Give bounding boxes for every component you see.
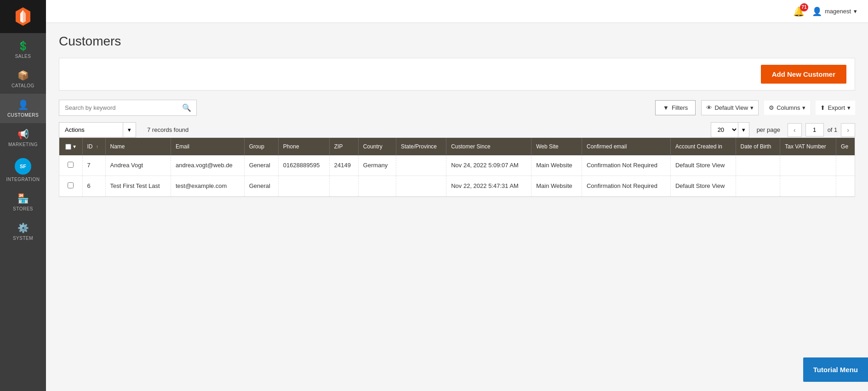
sidebar-item-stores[interactable]: 🏪 STORES [0, 187, 46, 217]
topbar-user-menu[interactable]: 👤 magenest ▾ [812, 6, 857, 17]
sidebar-logo [0, 0, 46, 33]
th-name[interactable]: Name [105, 138, 171, 155]
sidebar-item-system[interactable]: ⚙️ SYSTEM [0, 217, 46, 246]
cell-confirmed-email: Confirmation Not Required [582, 176, 670, 197]
cell-group: General [244, 155, 278, 176]
th-tax-vat-number[interactable]: Tax VAT Number [780, 138, 836, 155]
user-menu-chevron-icon: ▾ [854, 8, 857, 15]
row-checkbox-cell [59, 155, 82, 176]
sidebar-item-sales[interactable]: 💲 SALES [0, 35, 46, 64]
page-of-label: of 1 [828, 126, 838, 133]
select-all-checkbox[interactable] [65, 144, 71, 150]
cell-web-site: Main Website [531, 176, 582, 197]
system-icon: ⚙️ [17, 222, 29, 233]
page-next-button[interactable]: › [841, 123, 855, 137]
row-checkbox-cell [59, 176, 82, 197]
sidebar-label-integration: INTEGRATION [6, 177, 40, 182]
th-id[interactable]: ID ↑ [82, 138, 105, 155]
th-ge[interactable]: Ge [836, 138, 855, 155]
stores-icon: 🏪 [17, 193, 29, 204]
row-checkbox[interactable] [68, 162, 74, 168]
cell-tax-vat-number [780, 176, 836, 197]
sidebar-label-marketing: MARKETING [8, 142, 38, 147]
magento-logo-icon [13, 6, 33, 27]
default-view-label: Default View [714, 104, 748, 111]
th-checkbox: ▾ [59, 138, 82, 155]
sidebar-label-system: SYSTEM [13, 236, 33, 241]
actions-dropdown-button[interactable]: ▾ [123, 122, 136, 137]
th-email[interactable]: Email [171, 138, 244, 155]
gear-icon: ⚙ [769, 104, 774, 111]
th-customer-since[interactable]: Customer Since [446, 138, 531, 155]
page-content: Customers Add New Customer 🔍 ▼ Filters 👁… [46, 23, 868, 391]
search-icon: 🔍 [182, 104, 191, 112]
table-row: 7 Andrea Vogt andrea.vogt@web.de General… [59, 155, 855, 176]
eye-icon: 👁 [706, 104, 712, 111]
th-date-of-birth[interactable]: Date of Birth [736, 138, 780, 155]
search-button[interactable]: 🔍 [177, 100, 197, 116]
cell-ge [836, 155, 855, 176]
search-input[interactable] [59, 100, 197, 116]
th-country[interactable]: Country [358, 138, 396, 155]
customers-table: ▾ ID ↑ Name Email Group Phone ZIP Countr… [59, 138, 855, 197]
cell-email: test@example.com [171, 176, 244, 197]
filter-icon: ▼ [663, 104, 669, 111]
cell-country [358, 176, 396, 197]
marketing-icon: 📢 [17, 129, 29, 140]
records-found: 7 records found [147, 126, 188, 133]
cell-zip [329, 176, 358, 197]
cell-id: 6 [82, 176, 105, 197]
sidebar-item-catalog[interactable]: 📦 CATALOG [0, 64, 46, 94]
cell-email: andrea.vogt@web.de [171, 155, 244, 176]
cell-customer-since: Nov 24, 2022 5:09:07 AM [446, 155, 531, 176]
search-wrapper: 🔍 [59, 100, 197, 116]
th-web-site[interactable]: Web Site [531, 138, 582, 155]
per-page-dropdown-button[interactable]: ▾ [738, 122, 749, 137]
search-filter-bar: 🔍 ▼ Filters 👁 Default View ▾ ⚙ Columns ▾… [59, 100, 855, 116]
th-phone[interactable]: Phone [278, 138, 329, 155]
cell-id: 7 [82, 155, 105, 176]
actions-row: Actions ▾ 7 records found 20 ▾ per page … [59, 122, 855, 137]
th-checkbox-chevron-icon: ▾ [73, 143, 76, 150]
default-view-chevron-icon: ▾ [750, 104, 754, 111]
actions-select-wrapper: Actions ▾ [59, 122, 136, 137]
filters-button[interactable]: ▼ Filters [655, 100, 696, 115]
sidebar-item-customers[interactable]: 👤 CUSTOMERS [0, 94, 46, 123]
export-button[interactable]: ⬆ Export ▾ [816, 101, 855, 115]
export-chevron-icon: ▾ [847, 104, 851, 111]
notification-bell[interactable]: 🔔 71 [793, 6, 805, 17]
columns-chevron-icon: ▾ [802, 104, 805, 111]
sales-icon: 💲 [17, 40, 29, 51]
main-content: 🔔 71 👤 magenest ▾ Customers Add New Cust… [46, 0, 868, 391]
table-header-row: ▾ ID ↑ Name Email Group Phone ZIP Countr… [59, 138, 855, 155]
catalog-icon: 📦 [17, 70, 29, 81]
tutorial-menu-button[interactable]: Tutorial Menu [803, 357, 868, 382]
sidebar-item-integration[interactable]: SF INTEGRATION [0, 153, 46, 187]
per-page-select[interactable]: 20 [711, 122, 738, 137]
columns-button[interactable]: ⚙ Columns ▾ [764, 101, 810, 115]
page-prev-button[interactable]: ‹ [788, 123, 802, 137]
th-zip[interactable]: ZIP [329, 138, 358, 155]
pagination-right: 20 ▾ per page ‹ of 1 › [711, 122, 855, 137]
th-account-created-in[interactable]: Account Created in [670, 138, 736, 155]
default-view-selector[interactable]: 👁 Default View ▾ [701, 100, 759, 115]
notification-badge: 71 [800, 3, 808, 11]
cell-country: Germany [358, 155, 396, 176]
topbar-username: magenest [825, 8, 851, 15]
page-number-input[interactable] [805, 123, 824, 136]
cell-name: Andrea Vogt [105, 155, 171, 176]
cell-name: Test First Test Last [105, 176, 171, 197]
filters-label: Filters [672, 104, 688, 111]
user-avatar-icon: 👤 [812, 6, 822, 17]
actions-select[interactable]: Actions [59, 122, 123, 137]
sidebar-item-marketing[interactable]: 📢 MARKETING [0, 123, 46, 153]
salesforce-logo-icon: SF [15, 158, 31, 175]
add-new-customer-button[interactable]: Add New Customer [761, 65, 846, 84]
sidebar-label-customers: CUSTOMERS [7, 113, 39, 118]
th-state-province[interactable]: State/Province [396, 138, 446, 155]
sidebar: 💲 SALES 📦 CATALOG 👤 CUSTOMERS 📢 MARKETIN… [0, 0, 46, 391]
row-checkbox[interactable] [68, 182, 74, 188]
th-group[interactable]: Group [244, 138, 278, 155]
columns-label: Columns [777, 104, 800, 111]
th-confirmed-email[interactable]: Confirmed email [582, 138, 670, 155]
